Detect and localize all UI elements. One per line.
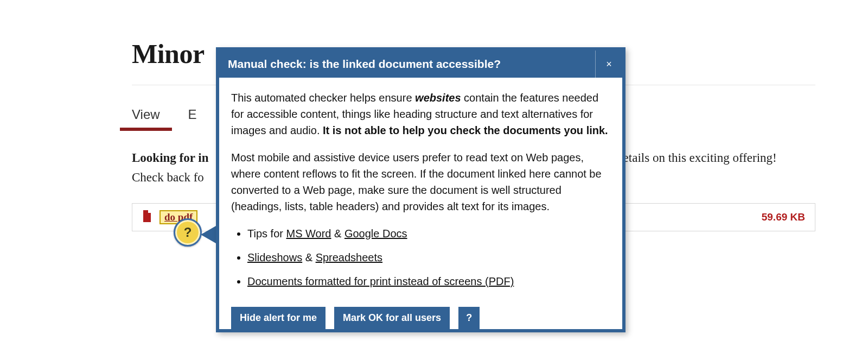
link-ms-word[interactable]: MS Word (286, 228, 331, 239)
tab-edit[interactable]: E (188, 107, 197, 129)
intro-lead: Looking for in (132, 151, 208, 165)
dialog-paragraph-2: Most mobile and assistive device users p… (231, 149, 610, 215)
link-spreadsheets[interactable]: Spreadsheets (316, 251, 382, 263)
dialog-body: This automated checker helps ensure webs… (219, 78, 622, 307)
help-button[interactable]: ? (458, 307, 480, 329)
mark-ok-button[interactable]: Mark OK for all users (334, 307, 450, 329)
tab-view[interactable]: View (132, 107, 160, 129)
link-google-docs[interactable]: Google Docs (344, 228, 407, 239)
pdf-file-icon (142, 210, 152, 224)
intro-trail: letails on this exciting offering! (620, 151, 777, 165)
dialog-actions: Hide alert for me Mark OK for all users … (219, 307, 622, 329)
link-pdf-docs[interactable]: Documents formatted for print instead of… (247, 275, 514, 287)
dialog-header: Manual check: is the linked document acc… (219, 51, 622, 78)
file-size: 59.69 KB (762, 211, 805, 223)
hide-alert-button[interactable]: Hide alert for me (231, 307, 326, 329)
text: & (331, 228, 344, 239)
link-slideshows[interactable]: Slideshows (247, 251, 302, 263)
dialog-title: Manual check: is the linked document acc… (219, 51, 595, 78)
intro-line2: Check back fo (132, 171, 204, 184)
dialog-tips-list: Tips for MS Word & Google Docs Slideshow… (231, 225, 610, 289)
close-icon: × (606, 59, 612, 70)
tooltip-arrow-icon (201, 226, 216, 243)
list-item: Slideshows & Spreadsheets (247, 249, 610, 266)
text-emph: websites (415, 92, 461, 104)
text: This automated checker helps ensure (231, 92, 415, 104)
dialog-close-button[interactable]: × (595, 51, 622, 78)
accessibility-alert-marker[interactable]: ? (174, 218, 202, 247)
dialog-paragraph-1: This automated checker helps ensure webs… (231, 90, 610, 138)
text: & (302, 251, 315, 263)
text: Tips for (247, 228, 286, 239)
list-item: Documents formatted for print instead of… (247, 273, 610, 289)
accessibility-dialog: Manual check: is the linked document acc… (216, 47, 626, 332)
text-strong: It is not able to help you check the doc… (323, 124, 608, 136)
list-item: Tips for MS Word & Google Docs (247, 225, 610, 242)
